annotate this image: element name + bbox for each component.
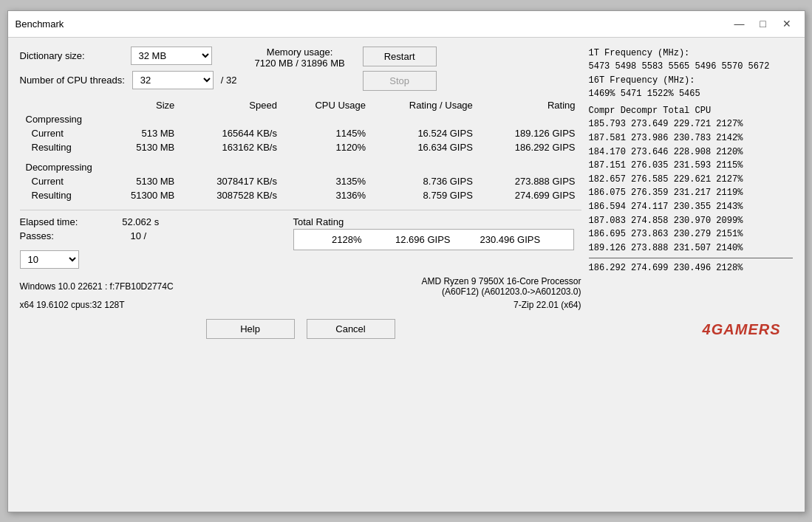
col-header-size: Size xyxy=(101,98,180,112)
dict-size-row: Dictionary size: 32 MB xyxy=(20,47,237,65)
window-controls: — □ ✕ xyxy=(729,15,797,32)
total-cpu: 2128% xyxy=(303,234,362,245)
right-total-row: 186.292 274.699 230.496 2128% xyxy=(589,261,793,275)
sys-info: x64 19.6102 cpus:32 128T xyxy=(20,300,125,310)
stop-button[interactable]: Stop xyxy=(363,71,437,91)
freq-16t-values: 1469% 5471 1522% 5465 xyxy=(589,87,793,101)
passes-select[interactable]: 10 xyxy=(20,250,79,269)
comp-resulting-rating: 186.292 GIPS xyxy=(479,140,581,154)
decomp-resulting-rating-usage: 8.759 GIPS xyxy=(372,188,479,202)
table-row: Current 513 MB 165644 KB/s 1145% 16.524 … xyxy=(20,126,581,140)
right-panel-row: 185.793 273.649 229.721 2127% xyxy=(589,117,793,131)
comp-resulting-label: Resulting xyxy=(20,140,102,154)
right-divider xyxy=(589,258,793,258)
dict-size-label: Dictionary size: xyxy=(20,50,123,61)
right-panel-row: 186.594 274.117 230.355 2143% xyxy=(589,200,793,214)
total-rating-group: Total Rating 2128% 12.696 GIPS 230.496 G… xyxy=(293,216,574,250)
close-button[interactable]: ✕ xyxy=(777,15,797,32)
col-header-rating: Rating xyxy=(479,98,581,112)
benchmark-window: Benchmark — □ ✕ Dictionary size: 32 MB xyxy=(7,10,805,512)
col-header-cpu: CPU Usage xyxy=(283,98,372,112)
passes-row: Passes: 10 / xyxy=(20,230,160,241)
right-panel: 1T Frequency (MHz): 5473 5498 5583 5565 … xyxy=(581,47,793,345)
right-panel-row: 184.170 273.646 228.908 2120% xyxy=(589,145,793,159)
comp-current-rating: 189.126 GIPS xyxy=(479,126,581,140)
decomp-resulting-speed: 3087528 KB/s xyxy=(180,188,283,202)
comp-resulting-cpu: 1120% xyxy=(283,140,372,154)
right-rows: 185.793 273.649 229.721 2127%187.581 273… xyxy=(589,117,793,255)
right-panel-row: 187.083 274.858 230.970 2099% xyxy=(589,214,793,228)
compressing-label: Compressing xyxy=(20,112,581,126)
decomp-resulting-size: 51300 MB xyxy=(101,188,180,202)
total-rating: 230.496 GIPS xyxy=(480,234,541,245)
cpu-details: (A60F12) (A601203.0->A601203.0) xyxy=(421,286,581,297)
dict-size-select[interactable]: 32 MB xyxy=(131,47,212,65)
os-info: Windows 10.0 22621 : f:7FB10D2774C xyxy=(20,281,174,292)
comp-resulting-speed: 163162 KB/s xyxy=(180,140,283,154)
freq-16t-label: 16T Frequency (MHz): xyxy=(589,74,793,88)
left-panel: Dictionary size: 32 MB Number of CPU thr… xyxy=(20,47,581,345)
right-panel-row: 186.695 273.863 230.279 2151% xyxy=(589,227,793,241)
decomp-current-cpu: 3135% xyxy=(283,174,372,188)
right-panel-row: 182.657 276.585 229.621 2127% xyxy=(589,173,793,187)
right-panel-row: 187.581 273.986 230.783 2142% xyxy=(589,131,793,145)
elapsed-row: Elapsed time: 52.062 s xyxy=(20,216,160,227)
passes-label: Passes: xyxy=(20,230,123,241)
restart-button[interactable]: Restart xyxy=(363,47,437,66)
table-row: Resulting 51300 MB 3087528 KB/s 3136% 8.… xyxy=(20,188,581,202)
watermark-text: 4GAMERS xyxy=(0,321,793,343)
elapsed-label: Elapsed time: xyxy=(20,216,78,227)
table-row: Resulting 5130 MB 163162 KB/s 1120% 16.6… xyxy=(20,140,581,154)
decomp-current-speed: 3078417 KB/s xyxy=(180,174,283,188)
total-rating-box: 2128% 12.696 GIPS 230.496 GIPS xyxy=(293,229,574,250)
title-bar: Benchmark — □ ✕ xyxy=(8,11,805,38)
cpu-threads-label: Number of CPU threads: xyxy=(20,75,125,86)
col-header-name xyxy=(20,98,102,112)
col-headers: Compr Decompr Total CPU xyxy=(589,104,793,118)
comp-current-cpu: 1145% xyxy=(283,126,372,140)
right-panel-row: 187.151 276.035 231.593 2115% xyxy=(589,159,793,173)
decomp-current-rating: 273.888 GIPS xyxy=(479,174,581,188)
minimize-button[interactable]: — xyxy=(729,15,750,32)
mem-usage-value: 7120 MB / 31896 MB xyxy=(255,58,345,69)
window-title: Benchmark xyxy=(16,18,64,30)
total-rating-label: Total Rating xyxy=(293,216,574,227)
zip-info: 7-Zip 22.01 (x64) xyxy=(514,300,581,310)
freq-1t-label: 1T Frequency (MHz): xyxy=(589,47,793,61)
elapsed-passes-group: Elapsed time: 52.062 s Passes: 10 / 10 xyxy=(20,216,160,269)
form-group: Dictionary size: 32 MB Number of CPU thr… xyxy=(20,47,237,89)
cpu-info: AMD Ryzen 9 7950X 16-Core Processor xyxy=(421,276,581,286)
decomp-current-rating-usage: 8.736 GIPS xyxy=(372,174,479,188)
right-panel-row: 186.075 276.359 231.217 2119% xyxy=(589,186,793,200)
footer-row-sys: x64 19.6102 cpus:32 128T 7-Zip 22.01 (x6… xyxy=(20,300,581,310)
col-header-rating-usage: Rating / Usage xyxy=(372,98,479,112)
top-controls: Dictionary size: 32 MB Number of CPU thr… xyxy=(20,47,581,91)
decomp-resulting-cpu: 3136% xyxy=(283,188,372,202)
comp-resulting-rating-usage: 16.634 GIPS xyxy=(372,140,479,154)
footer-row-cpu: Windows 10.0 22621 : f:7FB10D2774C AMD R… xyxy=(20,276,581,297)
benchmark-table: Size Speed CPU Usage Rating / Usage Rati… xyxy=(20,98,581,202)
comp-resulting-size: 5130 MB xyxy=(101,140,180,154)
col-header-speed: Speed xyxy=(180,98,283,112)
decompressing-label: Decompressing xyxy=(20,160,581,174)
main-content: Dictionary size: 32 MB Number of CPU thr… xyxy=(8,38,805,354)
freq-1t-values: 5473 5498 5583 5565 5496 5570 5672 xyxy=(589,60,793,74)
decomp-current-size: 5130 MB xyxy=(101,174,180,188)
passes-value: 10 / xyxy=(131,230,147,241)
right-panel-row: 189.126 273.888 231.507 2140% xyxy=(589,241,793,255)
decomp-current-label: Current xyxy=(20,174,102,188)
comp-current-size: 513 MB xyxy=(101,126,180,140)
elapsed-value: 52.062 s xyxy=(122,216,159,227)
cpu-threads-row: Number of CPU threads: 32 / 32 xyxy=(20,71,237,89)
comp-current-speed: 165644 KB/s xyxy=(180,126,283,140)
comp-current-label: Current xyxy=(20,126,102,140)
decomp-resulting-rating: 274.699 GIPS xyxy=(479,188,581,202)
total-rating-usage: 12.696 GIPS xyxy=(392,234,451,245)
cpu-threads-max: / 32 xyxy=(221,75,237,86)
cpu-threads-select[interactable]: 32 xyxy=(132,71,214,89)
action-buttons: Restart Stop xyxy=(363,47,437,91)
maximize-button[interactable]: □ xyxy=(753,15,774,32)
comp-current-rating-usage: 16.524 GIPS xyxy=(372,126,479,140)
decomp-resulting-label: Resulting xyxy=(20,188,102,202)
footer-info: Windows 10.0 22621 : f:7FB10D2774C AMD R… xyxy=(20,276,581,310)
